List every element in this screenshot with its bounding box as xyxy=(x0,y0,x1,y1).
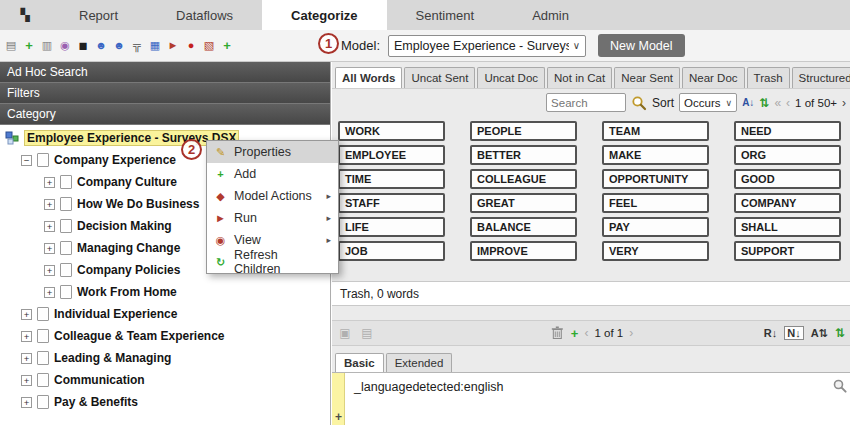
tab-near-sent[interactable]: Near Sent xyxy=(614,67,680,88)
word-chip[interactable]: SHALL xyxy=(734,217,841,237)
record-icon[interactable]: ● xyxy=(183,38,199,54)
rule-editor[interactable]: + _languagedetected:english xyxy=(332,372,850,425)
word-chip[interactable]: SUPPORT xyxy=(734,241,841,261)
expand-icon[interactable]: + xyxy=(21,353,32,364)
word-chip[interactable]: STAFF xyxy=(338,193,445,213)
word-chip[interactable]: PEOPLE xyxy=(470,121,577,141)
word-chip[interactable]: GREAT xyxy=(470,193,577,213)
expand-icon[interactable]: + xyxy=(21,375,32,386)
save-icon[interactable]: ▣ xyxy=(337,325,353,341)
word-chip[interactable]: JOB xyxy=(338,241,445,261)
tab-dataflows[interactable]: Dataflows xyxy=(147,0,262,30)
tree-item-individual-experience[interactable]: + Individual Experience xyxy=(0,303,330,325)
expand-icon[interactable]: + xyxy=(21,309,32,320)
search-icon[interactable] xyxy=(631,95,647,111)
tab-categorize[interactable]: Categorize xyxy=(262,0,386,30)
snapshot-icon[interactable]: ◉ xyxy=(57,38,73,54)
expand-icon[interactable]: + xyxy=(21,397,32,408)
collapse-icon[interactable]: − xyxy=(21,155,32,166)
menu-item-properties[interactable]: ✎ Properties xyxy=(207,141,338,163)
expand-icon[interactable]: + xyxy=(44,177,55,188)
tab-not-in-cat[interactable]: Not in Cat xyxy=(547,67,612,88)
first-page-icon[interactable]: « xyxy=(774,96,781,110)
model-select[interactable]: Employee Experience - Surveys I ∨ xyxy=(388,35,586,57)
user-icon[interactable]: ☻ xyxy=(93,38,109,54)
word-chip[interactable]: GOOD xyxy=(734,169,841,189)
sort-r-icon[interactable]: R↓ xyxy=(764,327,777,339)
menu-item-add[interactable]: + Add xyxy=(207,163,338,185)
expand-icon[interactable]: + xyxy=(44,199,55,210)
next-page-icon[interactable]: › xyxy=(842,96,846,110)
expand-icon[interactable]: + xyxy=(44,243,55,254)
word-chip[interactable]: ORG xyxy=(734,145,841,165)
next-page-icon[interactable]: › xyxy=(629,326,633,340)
prev-page-icon[interactable]: ‹ xyxy=(584,326,588,340)
tab-sentiment[interactable]: Sentiment xyxy=(387,0,504,30)
sort-select[interactable]: Occurs ∨ xyxy=(679,93,737,112)
add-item-icon[interactable]: + xyxy=(219,38,235,54)
sort-a-icon[interactable]: A⇅ xyxy=(811,327,828,340)
add-line-icon[interactable]: + xyxy=(333,410,344,424)
tab-near-doc[interactable]: Near Doc xyxy=(682,67,745,88)
user-export-icon[interactable]: ☻ xyxy=(111,38,127,54)
word-chip[interactable]: LIFE xyxy=(338,217,445,237)
tab-structured[interactable]: Structured xyxy=(792,67,850,88)
export-icon[interactable]: ▤ xyxy=(359,325,375,341)
word-chip[interactable]: BETTER xyxy=(470,145,577,165)
expand-icon[interactable]: + xyxy=(44,265,55,276)
tree-item-leading-managing[interactable]: + Leading & Managing xyxy=(0,347,330,369)
menu-item-refresh-children[interactable]: ↻ Refresh Children xyxy=(207,251,338,273)
menu-item-model-actions[interactable]: ◆ Model Actions ▸ xyxy=(207,185,338,207)
add-model-icon[interactable]: + xyxy=(21,38,37,54)
search-input[interactable] xyxy=(546,93,626,112)
tree-item-work-from-home[interactable]: + Work From Home xyxy=(0,281,330,303)
tab-trash[interactable]: Trash xyxy=(747,67,790,88)
word-chip[interactable]: TEAM xyxy=(602,121,709,141)
sort-n-icon[interactable]: N↓ xyxy=(784,326,803,340)
tree-item-colleague-team-experience[interactable]: + Colleague & Team Experience xyxy=(0,325,330,347)
section-category[interactable]: Category xyxy=(0,104,330,125)
tab-basic[interactable]: Basic xyxy=(335,353,384,372)
word-chip[interactable]: VERY xyxy=(602,241,709,261)
word-chip[interactable]: TIME xyxy=(338,169,445,189)
tree-item-communication[interactable]: + Communication xyxy=(0,369,330,391)
hierarchy-icon[interactable]: ╦ xyxy=(129,38,145,54)
prev-page-icon[interactable]: ‹ xyxy=(786,96,790,110)
sort-az-icon[interactable]: A↓ xyxy=(742,97,754,108)
open-model-icon[interactable]: ▤ xyxy=(3,38,19,54)
word-chip[interactable]: MAKE xyxy=(602,145,709,165)
copy-model-icon[interactable]: ▥ xyxy=(39,38,55,54)
word-chip[interactable]: WORK xyxy=(338,121,445,141)
word-chip[interactable]: OPPORTUNITY xyxy=(602,169,709,189)
tab-report[interactable]: Report xyxy=(50,0,147,30)
tab-uncat-doc[interactable]: Uncat Doc xyxy=(477,67,545,88)
table-icon[interactable]: ▦ xyxy=(147,38,163,54)
new-model-button[interactable]: New Model xyxy=(598,34,685,57)
menu-item-run[interactable]: ► Run ▸ xyxy=(207,207,338,229)
word-chip[interactable]: BALANCE xyxy=(470,217,577,237)
editor-search-icon[interactable] xyxy=(832,378,848,394)
word-chip[interactable]: COLLEAGUE xyxy=(470,169,577,189)
expand-icon[interactable]: + xyxy=(44,221,55,232)
word-chip[interactable]: EMPLOYEE xyxy=(338,145,445,165)
tag-icon[interactable]: ◼ xyxy=(75,38,91,54)
expand-icon[interactable]: + xyxy=(21,331,32,342)
tab-all-words[interactable]: All Words xyxy=(335,67,402,88)
add-rule-icon[interactable]: + xyxy=(571,326,579,341)
sort-refresh-icon[interactable]: ⇅ xyxy=(759,96,769,110)
tab-extended[interactable]: Extended xyxy=(386,353,453,372)
tree-item-pay-benefits[interactable]: + Pay & Benefits xyxy=(0,391,330,413)
section-ad-hoc-search[interactable]: Ad Hoc Search xyxy=(0,62,330,83)
word-chip[interactable]: FEEL xyxy=(602,193,709,213)
report-doc-icon[interactable]: ▧ xyxy=(201,38,217,54)
trash-icon[interactable] xyxy=(549,325,565,341)
audio-icon[interactable]: ► xyxy=(165,38,181,54)
sort-refresh-icon[interactable]: ⇅ xyxy=(835,326,845,340)
section-filters[interactable]: Filters xyxy=(0,83,330,104)
word-chip[interactable]: COMPANY xyxy=(734,193,841,213)
word-chip[interactable]: IMPROVE xyxy=(470,241,577,261)
tab-admin[interactable]: Admin xyxy=(503,0,598,30)
word-chip[interactable]: PAY xyxy=(602,217,709,237)
tab-uncat-sent[interactable]: Uncat Sent xyxy=(404,67,475,88)
expand-icon[interactable]: + xyxy=(44,287,55,298)
